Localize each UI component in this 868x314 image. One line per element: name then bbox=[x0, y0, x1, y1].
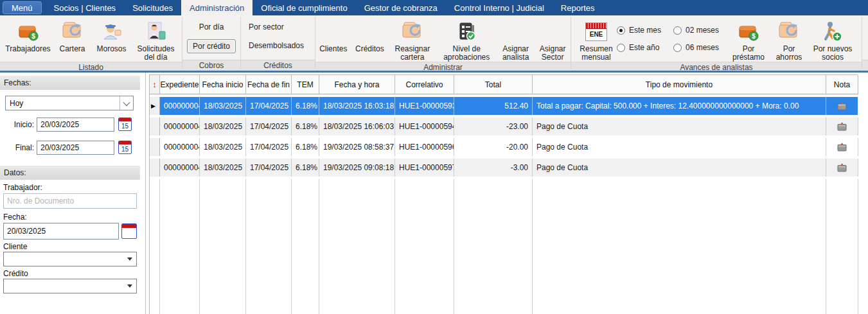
cell-correlativo[interactable]: HUE1-00000593 bbox=[395, 97, 454, 115]
inicio-date-input[interactable] bbox=[37, 118, 114, 132]
cell-fecha-fin[interactable]: 17/04/2025 bbox=[246, 97, 292, 115]
cell-tipo[interactable]: Total a pagar: Capital: 500.000 + Intere… bbox=[533, 97, 826, 115]
column-header-correlativo[interactable]: Correlativo bbox=[395, 75, 454, 94]
cell-expediente[interactable]: 000000004 bbox=[160, 138, 200, 156]
cell-fecha-inicio[interactable]: 18/03/2025 bbox=[200, 138, 246, 156]
radio-02-meses[interactable]: 02 meses bbox=[673, 26, 727, 35]
column-header-expediente[interactable]: Expediente bbox=[160, 75, 200, 94]
cell-correlativo[interactable]: HUE1-00000596 bbox=[395, 138, 454, 156]
trabajador-input[interactable] bbox=[3, 193, 137, 209]
cell-tem[interactable]: 6.18% bbox=[292, 118, 319, 135]
tab-reportes[interactable]: Reportes bbox=[553, 0, 603, 15]
cell-correlativo[interactable]: HUE1-00000597 bbox=[395, 159, 454, 177]
dropdown-arrow-icon[interactable] bbox=[123, 279, 136, 293]
column-header-total[interactable]: Total bbox=[454, 75, 533, 94]
note-icon[interactable] bbox=[837, 163, 847, 172]
por-ahorros-button[interactable]: Por ahorros bbox=[770, 18, 808, 62]
trabajadores-button[interactable]: $ Trabajadores bbox=[3, 18, 54, 62]
cell-tem[interactable]: 6.18% bbox=[292, 97, 319, 115]
por-prestamo-button[interactable]: $ Por préstamo bbox=[727, 18, 770, 62]
cell-fecha-inicio[interactable]: 18/03/2025 bbox=[200, 159, 246, 177]
cell-fecha-hora[interactable]: 19/03/2025 08:58:37 bbox=[319, 138, 395, 156]
asignar-sector-button[interactable]: Asignar Sector bbox=[535, 18, 571, 62]
cell-tipo[interactable]: Pago de Cuota bbox=[533, 138, 826, 156]
column-header-tipo-movimiento[interactable]: Tipo de movimiento bbox=[533, 75, 826, 94]
cell-total[interactable]: -3.00 bbox=[454, 159, 533, 177]
date-range-select[interactable]: Hoy bbox=[5, 96, 134, 110]
cell-nota[interactable] bbox=[826, 159, 858, 177]
row-selector[interactable]: ▶ bbox=[150, 97, 160, 115]
note-icon[interactable] bbox=[837, 101, 847, 110]
final-date-input[interactable] bbox=[37, 141, 114, 155]
inicio-calendar-icon[interactable]: 15 bbox=[118, 118, 132, 131]
column-header-fecha-hora[interactable]: Fecha y hora bbox=[319, 75, 395, 94]
column-header-tem[interactable]: TEM bbox=[292, 75, 319, 94]
por-dia-button[interactable]: Por día bbox=[194, 21, 229, 33]
cell-fecha-hora[interactable]: 18/03/2025 16:03:18 bbox=[319, 97, 395, 115]
tab-socios-clientes[interactable]: Socios | Clientes bbox=[46, 0, 125, 15]
tab-control-interno-judicial[interactable]: Control Interno | Judicial bbox=[446, 0, 553, 15]
cell-tem[interactable]: 6.18% bbox=[292, 159, 319, 177]
por-nuevos-socios-button[interactable]: Por nuevos socios bbox=[808, 18, 857, 62]
cell-tem[interactable]: 6.18% bbox=[292, 138, 319, 156]
menu-button[interactable]: Menú bbox=[3, 1, 42, 14]
cell-expediente[interactable]: 000000004 bbox=[160, 97, 200, 115]
cell-total[interactable]: -20.00 bbox=[454, 138, 533, 156]
nivel-aprobaciones-button[interactable]: Nivel de aprobaciones bbox=[437, 18, 497, 62]
table-row[interactable]: ▶00000000418/03/202517/04/20256.18%18/03… bbox=[150, 97, 858, 115]
cell-fecha-hora[interactable]: 18/03/2025 16:06:03 bbox=[319, 118, 395, 135]
fecha-calendar-icon[interactable] bbox=[121, 223, 137, 239]
dropdown-arrow-icon[interactable] bbox=[123, 252, 136, 266]
cell-fecha-fin[interactable]: 17/04/2025 bbox=[246, 159, 292, 177]
morosos-button[interactable]: Morosos bbox=[91, 18, 132, 62]
reasignar-cartera-button[interactable]: Reasignar cartera bbox=[388, 18, 436, 62]
cell-fecha-fin[interactable]: 17/04/2025 bbox=[246, 118, 292, 135]
note-icon[interactable] bbox=[837, 143, 847, 152]
tab-administracion[interactable]: Administración bbox=[181, 0, 252, 15]
chevron-down-icon[interactable] bbox=[120, 96, 133, 110]
credito-select[interactable] bbox=[3, 279, 137, 293]
radio-este-ano[interactable]: Este año bbox=[617, 43, 673, 52]
cell-nota[interactable] bbox=[826, 118, 858, 135]
cell-total[interactable]: 512.40 bbox=[454, 97, 533, 115]
radio-06-meses[interactable]: 06 meses bbox=[673, 43, 727, 52]
note-icon[interactable] bbox=[837, 122, 847, 131]
creditos-button[interactable]: Créditos bbox=[351, 18, 389, 62]
cell-tipo[interactable]: Pago de Cuota bbox=[533, 159, 826, 177]
asignar-analista-button[interactable]: Asignar analista bbox=[497, 18, 535, 62]
por-sector-button[interactable]: Por sector bbox=[249, 21, 289, 33]
row-selector[interactable] bbox=[150, 118, 160, 135]
row-selector[interactable] bbox=[150, 138, 160, 156]
final-calendar-icon[interactable]: 15 bbox=[118, 141, 132, 154]
cell-expediente[interactable]: 000000004 bbox=[160, 159, 200, 177]
tab-gestor-cobranza[interactable]: Gestor de cobranza bbox=[356, 0, 446, 15]
column-header-fecha-fin[interactable]: Fecha de fin bbox=[246, 75, 292, 94]
cell-total[interactable]: -23.00 bbox=[454, 118, 533, 135]
column-header-fecha-inicio[interactable]: Fecha inicio bbox=[200, 75, 246, 94]
desembolsados-button[interactable]: Desembolsados bbox=[249, 39, 309, 52]
sidebar-splitter[interactable] bbox=[145, 73, 146, 314]
sort-rows-header[interactable]: ↕ bbox=[150, 75, 160, 94]
cell-fecha-hora[interactable]: 19/03/2025 09:08:18 bbox=[319, 159, 395, 177]
radio-este-mes[interactable]: Este mes bbox=[617, 26, 673, 35]
solicitudes-del-dia-button[interactable]: Solicitudes del día bbox=[132, 18, 180, 62]
tab-oficial-cumplimiento[interactable]: Oficial de cumplimiento bbox=[252, 0, 355, 15]
resumen-mensual-button[interactable]: ENE Resumen mensual bbox=[576, 18, 617, 62]
column-header-nota[interactable]: Nota bbox=[826, 75, 858, 94]
table-row[interactable]: 00000000418/03/202517/04/20256.18%18/03/… bbox=[150, 118, 858, 135]
cell-correlativo[interactable]: HUE1-00000594 bbox=[395, 118, 454, 135]
clientes-button[interactable]: Clientes bbox=[315, 18, 351, 62]
cell-fecha-inicio[interactable]: 18/03/2025 bbox=[200, 118, 246, 135]
por-credito-button[interactable]: Por crédito bbox=[187, 39, 236, 53]
cell-fecha-inicio[interactable]: 18/03/2025 bbox=[200, 97, 246, 115]
cliente-select[interactable] bbox=[3, 252, 137, 266]
fecha-input[interactable] bbox=[3, 223, 119, 240]
cartera-button[interactable]: Cartera bbox=[54, 18, 91, 62]
cell-nota[interactable] bbox=[826, 97, 858, 115]
table-row[interactable]: 00000000418/03/202517/04/20256.18%19/03/… bbox=[150, 138, 858, 156]
row-selector[interactable] bbox=[150, 159, 160, 177]
cell-tipo[interactable]: Pago de Cuota bbox=[533, 118, 826, 135]
table-row[interactable]: 00000000418/03/202517/04/20256.18%19/03/… bbox=[150, 159, 858, 177]
cell-expediente[interactable]: 000000004 bbox=[160, 118, 200, 135]
tab-solicitudes[interactable]: Solicitudes bbox=[124, 0, 181, 15]
